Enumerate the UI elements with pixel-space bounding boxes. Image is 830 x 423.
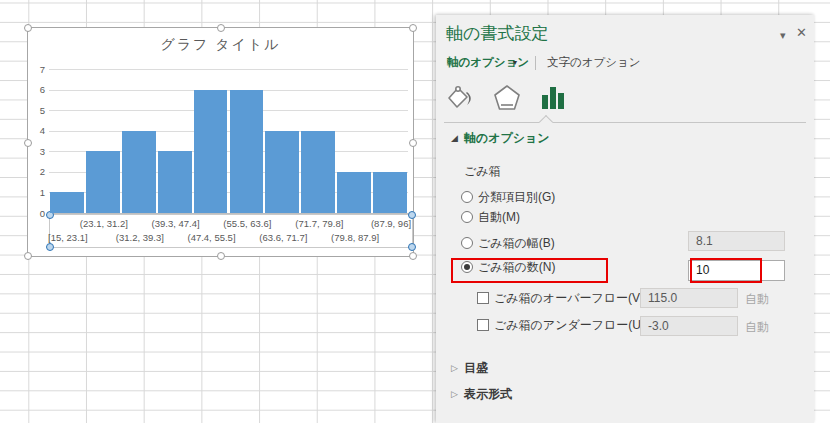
histogram-bar[interactable]	[301, 131, 335, 213]
section-number-format[interactable]: ▷ 表示形式	[451, 386, 512, 402]
pane-title: 軸の書式設定	[446, 22, 548, 45]
histogram-bar[interactable]	[86, 151, 120, 213]
category-label: (47.4, 55.5]	[187, 232, 235, 243]
selected-tab-caret	[539, 115, 553, 129]
fill-line-icon[interactable]	[444, 83, 476, 113]
radio-automatic[interactable]	[461, 211, 473, 223]
y-axis-tick-label: 6	[28, 84, 45, 95]
tab-separator	[535, 56, 536, 70]
chart-resize-handle[interactable]	[217, 252, 225, 260]
divider	[444, 122, 806, 123]
option-overflow[interactable]: ごみ箱のオーバーフロー(V)	[461, 288, 644, 308]
histogram-bar[interactable]	[265, 131, 299, 213]
chart-resize-handle[interactable]	[409, 139, 417, 147]
category-label: (31.2, 39.3]	[116, 232, 164, 243]
y-axis-tick-label: 7	[28, 64, 45, 75]
chart-title[interactable]: グラフ タイトル	[28, 36, 413, 54]
radio-by-category[interactable]	[461, 191, 473, 203]
y-gridline	[49, 110, 408, 111]
histogram-bar[interactable]	[230, 90, 264, 213]
histogram-bar[interactable]	[158, 151, 192, 213]
y-axis-tick-label: 4	[28, 125, 45, 136]
option-automatic[interactable]: 自動(M)	[461, 207, 520, 227]
chart-resize-handle[interactable]	[24, 252, 32, 260]
checkbox-underflow-bin[interactable]	[477, 319, 489, 331]
y-axis-tick-label: 3	[28, 146, 45, 157]
category-label: (87.9, 96]	[371, 218, 411, 229]
chart-resize-handle[interactable]	[217, 24, 225, 32]
category-label: [15, 23.1]	[48, 232, 88, 243]
y-gridline	[49, 90, 408, 91]
pane-close-icon[interactable]: ✕	[796, 26, 807, 40]
radio-bin-count[interactable]	[461, 261, 473, 273]
underflow-field[interactable]: -3.0	[640, 316, 738, 336]
bin-width-field[interactable]: 8.1	[688, 231, 785, 251]
category-label: (39.3, 47.4]	[152, 218, 200, 229]
option-bin-count[interactable]: ごみ箱の数(N)	[461, 257, 556, 277]
collapsed-triangle-icon: ▷	[451, 389, 458, 399]
axis-selection-handle[interactable]	[46, 243, 54, 251]
histogram-bar[interactable]	[122, 131, 156, 213]
tab-text-options[interactable]: 文字のオプション	[547, 55, 641, 70]
category-label: (79.8, 87.9]	[331, 232, 379, 243]
bin-count-field[interactable]: 10	[688, 260, 785, 281]
expanded-triangle-icon: ◢	[451, 133, 458, 143]
radio-bin-width[interactable]	[461, 237, 473, 249]
chevron-down-icon[interactable]: ▾	[513, 58, 517, 67]
category-label: (71.7, 79.8]	[295, 218, 343, 229]
histogram-bar[interactable]	[373, 172, 407, 213]
axis-selection-handle[interactable]	[408, 243, 416, 251]
category-label: (23.1, 31.2]	[80, 218, 128, 229]
format-axis-pane: 軸の書式設定 ▾ ✕ 軸のオプション ▾ 文字のオプション ◢ 軸のオプション …	[436, 15, 814, 423]
category-axis-labels[interactable]: [15, 23.1](23.1, 31.2](31.2, 39.3](39.3,…	[49, 214, 413, 248]
histogram-bar[interactable]	[194, 90, 228, 213]
collapsed-triangle-icon: ▷	[451, 363, 458, 373]
y-gridline	[49, 69, 408, 70]
category-label: (63.6, 71.7]	[259, 232, 307, 243]
option-by-category[interactable]: 分類項目別(G)	[461, 187, 555, 207]
y-axis-tick-label: 5	[28, 105, 45, 116]
category-label: (55.5, 63.6]	[223, 218, 271, 229]
chart-resize-handle[interactable]	[24, 24, 32, 32]
underflow-auto-label: 自動	[745, 319, 769, 336]
histogram-chart[interactable]: グラフ タイトル [15, 23.1](23.1, 31.2](31.2, 39…	[27, 27, 414, 257]
y-gridline	[49, 131, 408, 132]
option-bin-width[interactable]: ごみ箱の幅(B)	[461, 233, 555, 253]
pane-collapse-icon[interactable]: ▾	[780, 28, 786, 42]
chart-resize-handle[interactable]	[409, 252, 417, 260]
checkbox-overflow-bin[interactable]	[477, 292, 489, 304]
section-tick-marks[interactable]: ▷ 目盛	[451, 360, 488, 376]
y-axis-tick-label: 1	[28, 187, 45, 198]
histogram-bar[interactable]	[50, 192, 84, 213]
chart-resize-handle[interactable]	[409, 24, 417, 32]
bins-group-label: ごみ箱	[464, 163, 501, 180]
effects-icon[interactable]	[492, 83, 524, 113]
section-axis-options[interactable]: ◢ 軸のオプション	[451, 130, 550, 146]
histogram-bar[interactable]	[337, 172, 371, 213]
overflow-auto-label: 自動	[745, 291, 769, 308]
axis-options-icon[interactable]	[539, 83, 571, 113]
overflow-field[interactable]: 115.0	[640, 288, 738, 308]
y-axis-tick-label: 0	[28, 208, 45, 219]
option-underflow[interactable]: ごみ箱のアンダーフロー(U)	[461, 315, 645, 335]
y-axis-tick-label: 2	[28, 166, 45, 177]
